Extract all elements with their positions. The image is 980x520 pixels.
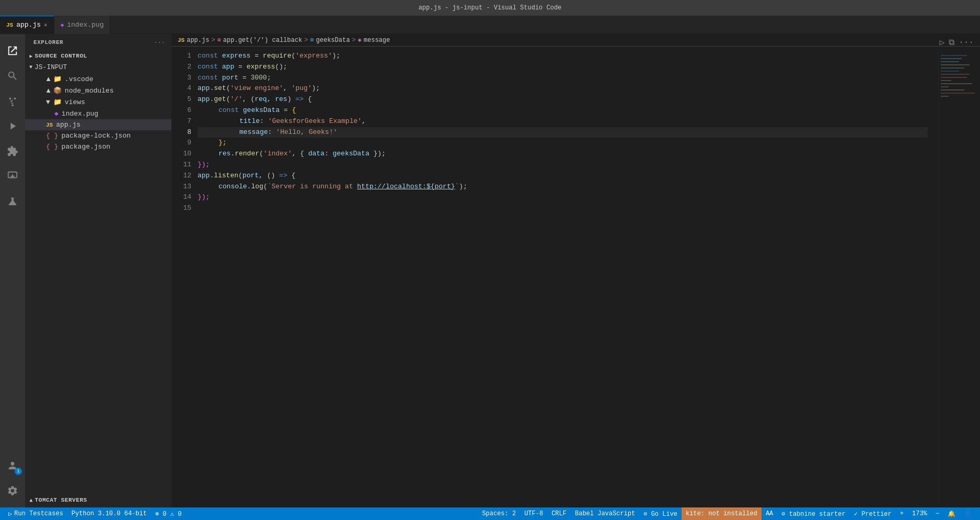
code-line-15	[198, 203, 928, 214]
bell-icon: 🔔	[948, 510, 955, 518]
svg-rect-14	[941, 96, 949, 97]
code-line-11: });	[198, 160, 928, 171]
svg-rect-8	[941, 77, 967, 78]
activity-source-control[interactable]	[0, 88, 25, 114]
app-js-label: app.js	[56, 121, 80, 129]
status-spaces[interactable]: Spaces: 2	[478, 507, 520, 520]
activity-explorer[interactable]	[0, 38, 25, 63]
views-chevron: ▼	[46, 98, 50, 106]
package-json-label: package.json	[61, 143, 110, 151]
status-zoom-minus[interactable]: −	[931, 507, 943, 520]
activity-settings[interactable]	[0, 478, 25, 503]
code-line-9: };	[198, 138, 928, 149]
breadcrumb-prop-icon: ◈	[358, 36, 362, 44]
status-run-testcases[interactable]: ▷ Run Testcases	[4, 507, 67, 520]
svg-rect-11	[941, 86, 949, 87]
editor-toolbar: ▷ ⧉ ···	[933, 34, 980, 51]
views-label: views	[65, 98, 85, 106]
vscode-label: .vscode	[65, 75, 94, 83]
code-line-6: const geeksData = {	[198, 105, 928, 116]
line-num-3: 3	[178, 73, 191, 84]
status-bell[interactable]: 🔔	[943, 507, 960, 520]
activity-testing[interactable]	[0, 189, 25, 214]
golive-label: ⊙ Go Live	[643, 510, 677, 518]
tab-close-app-js[interactable]: ✕	[44, 21, 48, 28]
status-account[interactable]: 👤	[960, 507, 976, 520]
spaces-label: Spaces: 2	[482, 510, 516, 517]
editor-area: 1 2 3 4 5 6 7 8 9 10 11 12 13 14 15	[171, 47, 980, 507]
line-num-14: 14	[178, 192, 191, 203]
svg-rect-3	[941, 61, 959, 62]
tab-label-index-pug: index.pug	[67, 21, 103, 29]
status-eol[interactable]: CRLF	[547, 507, 571, 520]
views-folder-icon: 📁	[53, 98, 62, 106]
svg-rect-1	[941, 55, 967, 56]
eol-label: CRLF	[551, 510, 567, 517]
activity-remote[interactable]	[0, 164, 25, 189]
prettier-label: ✓ Prettier	[854, 510, 892, 518]
index-pug-icon: ◆	[54, 109, 59, 118]
package-lock-label: package-lock.json	[61, 132, 131, 140]
status-zoom-plus[interactable]: +	[896, 507, 908, 520]
accounts-badge: 1	[15, 468, 22, 475]
app-js-icon: JS	[46, 122, 53, 128]
code-line-13: console.log(`Server is running at http:/…	[198, 182, 928, 193]
more-actions-icon[interactable]: ···	[959, 38, 974, 47]
tab-label-app-js: app.js	[16, 21, 41, 29]
pug-file-icon: ◆	[61, 21, 64, 28]
code-line-14: });	[198, 192, 928, 203]
activity-accounts[interactable]: 1	[0, 453, 25, 478]
status-python[interactable]: Python 3.10.0 64-bit	[67, 507, 151, 520]
code-line-12: app.listen(port, () => {	[198, 171, 928, 182]
tab-bar: JS app.js ✕ ◆ index.pug	[0, 16, 980, 34]
status-errors[interactable]: ⊗ 0 ⚠ 0	[151, 507, 186, 520]
line-num-2: 2	[178, 62, 191, 73]
breadcrumb-sep3: >	[352, 37, 355, 44]
activity-search[interactable]	[0, 63, 25, 88]
source-control-section[interactable]: ▼ SOURCE CONTROL	[25, 51, 171, 61]
code-line-1: const express = require('express');	[198, 51, 928, 62]
line-num-10: 10	[178, 149, 191, 160]
tab-app-js[interactable]: JS app.js ✕	[0, 16, 54, 34]
status-encoding[interactable]: UTF-8	[520, 507, 547, 520]
source-control-label: SOURCE CONTROL	[35, 53, 87, 59]
activity-extensions[interactable]	[0, 139, 25, 164]
tomcat-section[interactable]: ▶ TOMCAT SERVERS	[25, 493, 171, 507]
run-icon[interactable]: ▷	[940, 37, 945, 48]
tree-item-vscode[interactable]: ▶ 📁 .vscode	[25, 73, 171, 85]
line-num-12: 12	[178, 171, 191, 182]
tree-item-index-pug[interactable]: ◆ index.pug	[25, 108, 171, 119]
tab-index-pug[interactable]: ◆ index.pug	[54, 16, 111, 34]
status-golive[interactable]: ⊙ Go Live	[639, 507, 682, 520]
code-line-7: title: 'GeeksforGeeks Example',	[198, 116, 928, 127]
tree-item-app-js[interactable]: JS app.js	[25, 119, 171, 130]
activity-run[interactable]	[0, 114, 25, 139]
status-kite[interactable]: kite: not installed	[682, 507, 762, 520]
split-editor-icon[interactable]: ⧉	[949, 38, 954, 48]
status-language[interactable]: Babel JavaScript	[571, 507, 639, 520]
line-num-1: 1	[178, 51, 191, 62]
index-pug-label: index.pug	[62, 110, 98, 118]
line-num-13: 13	[178, 182, 191, 193]
status-zoom-level[interactable]: 173%	[908, 507, 931, 520]
code-line-4: app.set('view engine', 'pug');	[198, 83, 928, 94]
js-input-section[interactable]: ▼ JS-INPUT	[25, 61, 171, 73]
tree-item-node-modules[interactable]: ▶ 📦 node_modules	[25, 85, 171, 96]
package-json-icon: { }	[46, 143, 58, 151]
status-aa[interactable]: AA	[762, 507, 777, 520]
aa-label: AA	[766, 510, 773, 517]
tree-item-views[interactable]: ▼ 📁 views	[25, 96, 171, 108]
line-num-8: 8	[178, 127, 191, 138]
tree-item-package-lock[interactable]: { } package-lock.json	[25, 130, 171, 141]
status-tabnine[interactable]: ⊘ tabnine starter	[777, 507, 849, 520]
code-line-3: const port = 3000;	[198, 73, 928, 84]
code-line-10: res.render('index', { data: geeksData })…	[198, 149, 928, 160]
line-num-15: 15	[178, 203, 191, 214]
vscode-chevron: ▶	[44, 77, 52, 81]
tree-item-package-json[interactable]: { } package.json	[25, 141, 171, 152]
svg-rect-12	[941, 89, 964, 91]
sidebar-more-icon[interactable]: ···	[154, 39, 165, 46]
activity-bar: 1	[0, 34, 25, 507]
status-prettier[interactable]: ✓ Prettier	[850, 507, 896, 520]
code-editor[interactable]: 1 2 3 4 5 6 7 8 9 10 11 12 13 14 15	[171, 47, 980, 507]
